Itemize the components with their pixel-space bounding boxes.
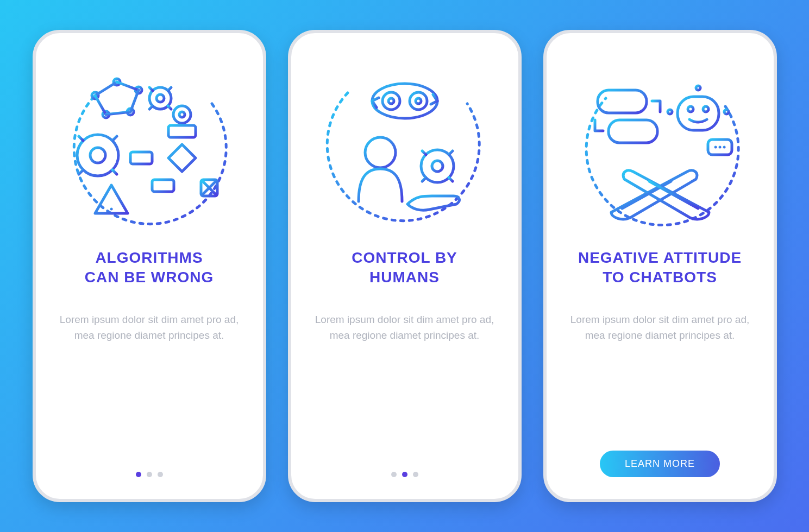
svg-line-17 <box>95 96 106 115</box>
svg-rect-71 <box>598 90 647 113</box>
svg-line-19 <box>130 90 139 112</box>
svg-point-87 <box>714 146 717 149</box>
svg-rect-74 <box>609 120 657 143</box>
screen-body: Lorem ipsum dolor sit dim amet pro ad, m… <box>60 312 239 344</box>
dot-2[interactable] <box>402 472 407 477</box>
svg-line-69 <box>422 178 426 181</box>
svg-line-67 <box>422 151 426 155</box>
screen-title: CONTROL BY HUMANS <box>352 248 457 288</box>
dot-1[interactable] <box>391 472 397 477</box>
svg-point-60 <box>365 137 396 168</box>
pagination-dots <box>291 472 518 477</box>
svg-line-7 <box>112 170 117 174</box>
screen-body: Lorem ipsum dolor sit dim amet pro ad, m… <box>570 312 750 344</box>
svg-line-29 <box>168 87 171 91</box>
svg-rect-41 <box>152 180 174 192</box>
learn-more-button[interactable]: LEARN MORE <box>600 451 720 477</box>
svg-line-9 <box>112 136 117 141</box>
screen-title: ALGORITHMS CAN BE WRONG <box>85 248 214 288</box>
svg-point-30 <box>173 106 191 123</box>
svg-point-78 <box>688 106 693 112</box>
svg-line-26 <box>149 87 153 91</box>
svg-point-89 <box>723 146 725 149</box>
svg-line-68 <box>449 178 453 181</box>
dot-2[interactable] <box>147 472 152 477</box>
svg-line-8 <box>79 170 83 174</box>
pagination-dots <box>36 472 263 477</box>
svg-point-81 <box>696 86 700 90</box>
svg-point-55 <box>416 98 421 104</box>
onboarding-screen-3: NEGATIVE ATTITUDE TO CHATBOTS Lorem ipsu… <box>543 30 777 502</box>
svg-rect-39 <box>130 152 152 164</box>
svg-point-88 <box>718 146 721 149</box>
svg-point-54 <box>410 92 427 110</box>
screen-title: NEGATIVE ATTITUDE TO CHATBOTS <box>578 248 742 288</box>
algorithms-wrong-icon <box>65 60 234 229</box>
svg-line-27 <box>168 106 171 109</box>
svg-line-15 <box>95 82 117 96</box>
screen-body: Lorem ipsum dolor sit dim amet pro ad, m… <box>315 312 494 344</box>
dot-3[interactable] <box>158 472 163 477</box>
svg-line-70 <box>449 151 453 155</box>
svg-line-16 <box>117 82 139 90</box>
svg-line-6 <box>79 136 83 141</box>
control-by-humans-icon <box>321 60 489 229</box>
svg-point-79 <box>703 106 708 112</box>
svg-rect-77 <box>678 97 719 130</box>
svg-line-91 <box>649 181 698 208</box>
svg-point-47 <box>110 208 112 211</box>
onboarding-screen-1: ALGORITHMS CAN BE WRONG Lorem ipsum dolo… <box>33 30 266 502</box>
svg-point-1 <box>90 148 105 163</box>
svg-line-90 <box>622 181 671 208</box>
svg-point-62 <box>432 161 443 172</box>
onboarding-screen-2: CONTROL BY HUMANS Lorem ipsum dolor sit … <box>288 30 522 502</box>
svg-point-31 <box>179 112 185 117</box>
svg-point-49 <box>388 98 394 104</box>
dot-1[interactable] <box>136 472 141 477</box>
svg-point-21 <box>156 94 164 102</box>
svg-point-48 <box>382 92 400 110</box>
negative-chatbots-icon <box>576 60 744 229</box>
svg-point-85 <box>724 110 729 114</box>
dot-3[interactable] <box>413 472 418 477</box>
svg-line-28 <box>149 106 153 109</box>
svg-point-83 <box>668 110 672 114</box>
